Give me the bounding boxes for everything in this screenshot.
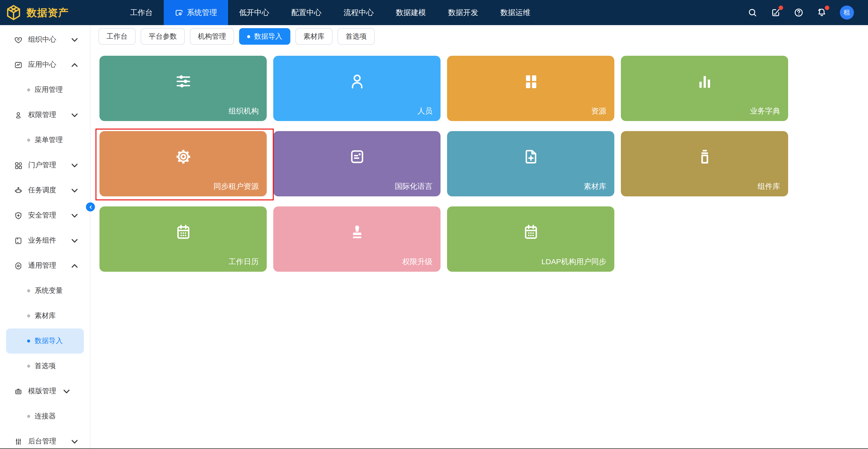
card-2[interactable]: 资源 — [447, 56, 614, 121]
tab-4[interactable]: 素材库 — [296, 28, 333, 45]
sidebar: 组织中心应用中心应用管理权限管理菜单管理门户管理任务调度安全管理业务组件通用管理… — [0, 25, 90, 449]
card-3[interactable]: 业务字典 — [621, 56, 788, 121]
card-label: 工作日历 — [228, 257, 259, 267]
sidebar-item-15[interactable]: 连接器 — [6, 404, 84, 429]
tab-bar: 工作台平台参数机构管理数据导入素材库首选项 — [98, 28, 868, 45]
bell-icon[interactable] — [817, 7, 827, 18]
tab-2[interactable]: 机构管理 — [190, 28, 234, 45]
app-window: 数据资产 工作台系统管理低开中心配置中心流程中心数据建模数据开发数据运维 租 组… — [0, 0, 868, 449]
chevron-down-icon — [70, 186, 79, 195]
brand-cube-icon — [5, 4, 22, 21]
sidebar-item-16[interactable]: 后台管理 — [6, 429, 84, 449]
tab-0[interactable]: 工作台 — [98, 28, 135, 45]
sidebar-item-0[interactable]: 组织中心 — [6, 27, 84, 52]
gear-icon — [175, 148, 192, 165]
sidebar-item-label: 模版管理 — [28, 387, 56, 396]
sidebar-item-label: 权限管理 — [28, 110, 56, 120]
tab-label: 数据导入 — [254, 32, 282, 41]
chevron-up-icon — [70, 261, 79, 270]
sidebar-item-8[interactable]: 业务组件 — [6, 228, 84, 253]
card-label: 同步租户资源 — [214, 182, 259, 191]
bullet-dot — [27, 365, 30, 367]
component-icon — [14, 236, 23, 245]
tab-1[interactable]: 平台参数 — [141, 28, 185, 45]
active-tab-dot — [247, 35, 250, 38]
card-9[interactable]: 权限升级 — [273, 206, 440, 272]
sidebar-item-14[interactable]: 模版管理 — [6, 379, 84, 404]
user-icon — [348, 73, 366, 90]
bullet-dot — [27, 314, 30, 317]
sidebar-item-label: 组织中心 — [28, 35, 56, 44]
sidebar-item-label: 门户管理 — [28, 161, 56, 170]
sidebar-item-label: 首选项 — [35, 362, 56, 371]
avatar[interactable]: 租 — [840, 5, 854, 20]
card-5[interactable]: 国际化语言 — [273, 131, 440, 196]
card-label: 组织机构 — [228, 106, 259, 116]
tab-label: 首选项 — [346, 32, 367, 41]
nav-item-1[interactable]: 系统管理 — [164, 0, 228, 25]
sidebar-item-2[interactable]: 应用管理 — [6, 77, 84, 102]
card-label: 素材库 — [584, 182, 606, 191]
sidebar-collapse-button[interactable] — [86, 202, 95, 212]
memo-icon[interactable] — [771, 7, 781, 18]
top-nav: 数据资产 工作台系统管理低开中心配置中心流程中心数据建模数据开发数据运维 租 — [0, 0, 868, 25]
sidebar-item-4[interactable]: 菜单管理 — [6, 128, 84, 153]
tab-3[interactable]: 数据导入 — [239, 28, 290, 45]
card-6[interactable]: 素材库 — [447, 131, 614, 196]
card-label: LDAP机构用户同步 — [541, 257, 606, 267]
nav-item-2[interactable]: 低开中心 — [228, 0, 280, 25]
nav-item-label: 流程中心 — [344, 8, 374, 17]
sidebar-item-3[interactable]: 权限管理 — [6, 102, 84, 128]
sidebar-item-5[interactable]: 门户管理 — [6, 153, 84, 178]
chevron-down-icon — [70, 236, 79, 245]
card-label: 业务字典 — [750, 106, 780, 116]
bullet-dot — [27, 139, 30, 141]
nav-item-5[interactable]: 数据建模 — [385, 0, 437, 25]
sidebar-item-6[interactable]: 任务调度 — [6, 178, 84, 203]
card-1[interactable]: 人员 — [273, 56, 440, 121]
card-0[interactable]: 组织机构 — [99, 56, 267, 121]
tab-5[interactable]: 首选项 — [338, 28, 375, 45]
nav-item-label: 数据建模 — [396, 8, 426, 17]
sidebar-item-label: 安全管理 — [28, 211, 56, 220]
nav-item-6[interactable]: 数据开发 — [437, 0, 489, 25]
nav-item-label: 工作台 — [130, 8, 153, 17]
nav-item-3[interactable]: 配置中心 — [280, 0, 333, 25]
brand-logo[interactable]: 数据资产 — [0, 4, 69, 21]
sidebar-item-11[interactable]: 素材库 — [6, 303, 84, 328]
sidebar-item-label: 系统变量 — [35, 286, 63, 295]
slidersv-icon — [14, 437, 23, 446]
chevron-up-icon — [70, 61, 79, 69]
sidebar-item-10[interactable]: 系统变量 — [6, 278, 84, 303]
sidebar-item-7[interactable]: 安全管理 — [6, 203, 84, 228]
sidebar-item-label: 任务调度 — [28, 186, 56, 195]
chevron-down-icon — [70, 161, 79, 169]
card-7[interactable]: 组件库 — [621, 131, 788, 196]
card-10[interactable]: LDAP机构用户同步 — [447, 206, 614, 272]
help-icon[interactable] — [794, 7, 804, 18]
nav-item-label: 系统管理 — [187, 8, 217, 17]
bars-icon — [696, 73, 713, 90]
card-label: 资源 — [591, 106, 606, 116]
nav-item-7[interactable]: 数据运维 — [489, 0, 541, 25]
person-icon — [14, 111, 23, 119]
sidebar-item-label: 菜单管理 — [35, 136, 63, 145]
search-icon[interactable] — [747, 7, 757, 18]
sidebar-item-13[interactable]: 首选项 — [6, 354, 84, 379]
sidebar-item-label: 应用中心 — [28, 60, 56, 69]
nav-item-0[interactable]: 工作台 — [119, 0, 164, 25]
nav-item-4[interactable]: 流程中心 — [333, 0, 385, 25]
memo-badge — [779, 5, 783, 10]
nav-item-label: 配置中心 — [291, 8, 321, 17]
sidebar-item-1[interactable]: 应用中心 — [6, 52, 84, 77]
card-4[interactable]: 同步租户资源 — [99, 131, 267, 196]
tab-label: 平台参数 — [149, 32, 177, 41]
card-8[interactable]: 工作日历 — [99, 206, 267, 272]
sidebar-item-12[interactable]: 数据导入 — [6, 328, 84, 354]
stamp-icon — [348, 224, 366, 240]
card-label: 国际化语言 — [395, 182, 433, 191]
bullet-dot — [27, 415, 30, 418]
sidebar-item-9[interactable]: 通用管理 — [6, 253, 84, 278]
chevron-down-icon — [70, 35, 79, 44]
nav-item-label: 低开中心 — [239, 8, 269, 17]
